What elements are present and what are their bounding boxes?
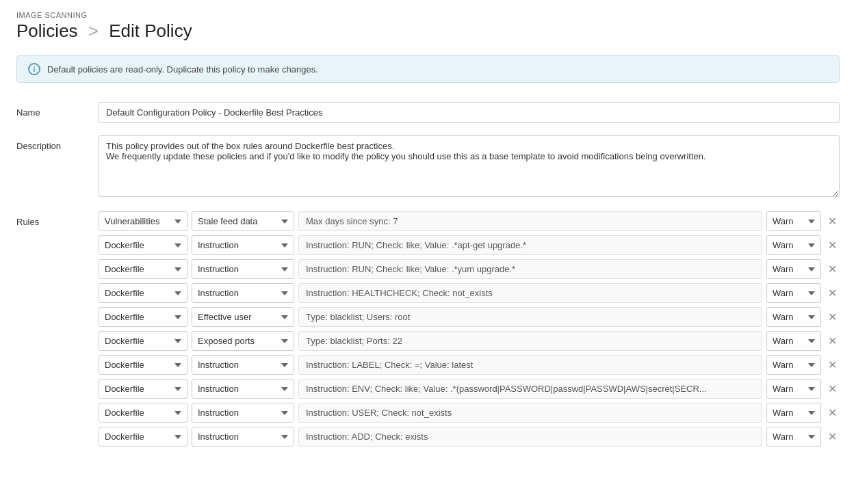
description-label: Description xyxy=(16,135,99,151)
rule-row: VulnerabilitiesDockerfileInstructionEffe… xyxy=(99,403,840,423)
rule-action-select-2[interactable]: WarnStopGo xyxy=(766,259,821,279)
rule-type-select-2[interactable]: VulnerabilitiesDockerfile xyxy=(99,259,187,279)
rule-row: VulnerabilitiesDockerfileInstructionEffe… xyxy=(99,427,840,447)
rule-row: VulnerabilitiesDockerfileInstructionEffe… xyxy=(99,259,840,279)
rule-action-select-0[interactable]: WarnStopGo xyxy=(766,211,821,231)
name-label: Name xyxy=(16,102,99,118)
name-control xyxy=(99,102,840,123)
rule-delete-button-6[interactable]: ✕ xyxy=(825,358,840,372)
name-section: Name xyxy=(16,102,840,123)
description-control xyxy=(99,135,840,199)
rule-subtype-select-8[interactable]: InstructionEffective userExposed ports xyxy=(192,403,294,423)
rule-value-0: Max days since sync: 7 xyxy=(298,211,762,231)
rule-action-select-9[interactable]: WarnStopGo xyxy=(766,427,821,447)
rule-subtype-select-4[interactable]: InstructionEffective userExposed ports xyxy=(192,307,294,327)
rule-value-7: Instruction: ENV; Check: like; Value: .*… xyxy=(298,379,762,399)
rule-delete-button-5[interactable]: ✕ xyxy=(825,334,840,348)
name-input[interactable] xyxy=(99,102,840,123)
rule-value-1: Instruction: RUN; Check: like; Value: .*… xyxy=(298,235,762,255)
rule-value-9: Instruction: ADD; Check: exists xyxy=(298,427,762,447)
rule-action-select-8[interactable]: WarnStopGo xyxy=(766,403,821,423)
rule-type-select-5[interactable]: VulnerabilitiesDockerfile xyxy=(99,331,187,351)
rule-action-select-5[interactable]: WarnStopGo xyxy=(766,331,821,351)
breadcrumb-parent[interactable]: Policies xyxy=(16,21,78,41)
rule-delete-button-7[interactable]: ✕ xyxy=(825,382,840,396)
page-title: Policies > Edit Policy xyxy=(16,21,840,42)
rule-row: VulnerabilitiesDockerfileInstructionEffe… xyxy=(99,283,840,303)
rule-type-select-7[interactable]: VulnerabilitiesDockerfile xyxy=(99,379,187,399)
rule-row: VulnerabilitiesDockerfileInstructionEffe… xyxy=(99,355,840,375)
rule-type-select-0[interactable]: VulnerabilitiesDockerfile xyxy=(99,211,187,231)
rule-row: VulnerabilitiesDockerfileStale feed data… xyxy=(99,211,840,231)
rule-row: VulnerabilitiesDockerfileInstructionEffe… xyxy=(99,235,840,255)
rule-delete-button-4[interactable]: ✕ xyxy=(825,310,840,324)
rule-subtype-select-1[interactable]: InstructionEffective userExposed ports xyxy=(192,235,294,255)
rule-value-8: Instruction: USER; Check: not_exists xyxy=(298,403,762,423)
rules-list: VulnerabilitiesDockerfileStale feed data… xyxy=(99,211,840,447)
rules-section: Rules VulnerabilitiesDockerfileStale fee… xyxy=(16,211,840,447)
rule-subtype-select-7[interactable]: InstructionEffective userExposed ports xyxy=(192,379,294,399)
rules-label: Rules xyxy=(16,211,99,227)
breadcrumb-current: Edit Policy xyxy=(109,21,192,41)
rule-subtype-select-2[interactable]: InstructionEffective userExposed ports xyxy=(192,259,294,279)
rule-subtype-select-6[interactable]: InstructionEffective userExposed ports xyxy=(192,355,294,375)
rule-subtype-select-5[interactable]: InstructionEffective userExposed ports xyxy=(192,331,294,351)
rule-type-select-9[interactable]: VulnerabilitiesDockerfile xyxy=(99,427,187,447)
rule-value-3: Instruction: HEALTHCHECK; Check: not_exi… xyxy=(298,283,762,303)
rule-action-select-4[interactable]: WarnStopGo xyxy=(766,307,821,327)
rule-action-select-6[interactable]: WarnStopGo xyxy=(766,355,821,375)
rule-type-select-4[interactable]: VulnerabilitiesDockerfile xyxy=(99,307,187,327)
description-section: Description xyxy=(16,135,840,199)
rule-subtype-select-0[interactable]: Stale feed data xyxy=(192,211,294,231)
rule-delete-button-0[interactable]: ✕ xyxy=(825,215,840,228)
rule-subtype-select-9[interactable]: InstructionEffective userExposed ports xyxy=(192,427,294,447)
rule-type-select-6[interactable]: VulnerabilitiesDockerfile xyxy=(99,355,187,375)
rule-delete-button-9[interactable]: ✕ xyxy=(825,430,840,444)
description-input[interactable] xyxy=(99,135,840,197)
rule-type-select-8[interactable]: VulnerabilitiesDockerfile xyxy=(99,403,187,423)
rule-action-select-1[interactable]: WarnStopGo xyxy=(766,235,821,255)
rule-value-2: Instruction: RUN; Check: like; Value: .*… xyxy=(298,259,762,279)
info-banner: i Default policies are read-only. Duplic… xyxy=(16,55,840,83)
breadcrumb-separator: > xyxy=(88,21,99,41)
rule-delete-button-2[interactable]: ✕ xyxy=(825,263,840,276)
rule-delete-button-3[interactable]: ✕ xyxy=(825,287,840,300)
rule-row: VulnerabilitiesDockerfileInstructionEffe… xyxy=(99,331,840,351)
rule-action-select-3[interactable]: WarnStopGo xyxy=(766,283,821,303)
banner-text: Default policies are read-only. Duplicat… xyxy=(47,64,318,75)
info-icon: i xyxy=(28,63,40,75)
rule-row: VulnerabilitiesDockerfileInstructionEffe… xyxy=(99,379,840,399)
rule-value-6: Instruction: LABEL; Check: =; Value: lat… xyxy=(298,355,762,375)
rule-delete-button-1[interactable]: ✕ xyxy=(825,239,840,252)
rule-type-select-1[interactable]: VulnerabilitiesDockerfile xyxy=(99,235,187,255)
rule-delete-button-8[interactable]: ✕ xyxy=(825,406,840,420)
rule-value-4: Type: blacklist; Users: root xyxy=(298,307,762,327)
rule-subtype-select-3[interactable]: InstructionEffective userExposed ports xyxy=(192,283,294,303)
rule-row: VulnerabilitiesDockerfileInstructionEffe… xyxy=(99,307,840,327)
page-subtitle: IMAGE SCANNING xyxy=(16,11,840,19)
rule-type-select-3[interactable]: VulnerabilitiesDockerfile xyxy=(99,283,187,303)
rule-value-5: Type: blacklist; Ports: 22 xyxy=(298,331,762,351)
rule-action-select-7[interactable]: WarnStopGo xyxy=(766,379,821,399)
